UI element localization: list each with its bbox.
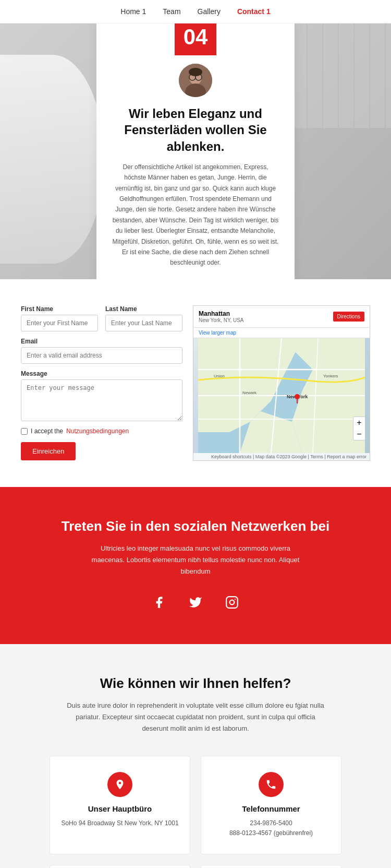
message-label: Message <box>21 370 182 377</box>
terms-checkbox[interactable] <box>21 428 28 435</box>
map-svg: Newark New York Yonkers Union <box>193 338 370 453</box>
last-name-label: Last Name <box>105 305 182 313</box>
phone-icon <box>259 772 284 797</box>
first-name-group: First Name <box>21 305 98 331</box>
map-footer: Keyboard shortcuts | Map data ©2023 Goog… <box>193 453 370 460</box>
last-name-input[interactable] <box>105 315 182 331</box>
view-larger-link[interactable]: View larger map <box>193 328 370 338</box>
svg-rect-23 <box>226 597 238 608</box>
nav-home[interactable]: Home 1 <box>120 7 146 16</box>
first-name-label: First Name <box>21 305 98 313</box>
office-card-text: SoHo 94 Broadway St New York, NY 1001 <box>60 818 179 828</box>
map-subtitle: New York, NY, USA <box>199 317 244 323</box>
zoom-out-button[interactable]: − <box>353 429 365 440</box>
svg-text:Yonkers: Yonkers <box>323 374 338 378</box>
first-name-input[interactable] <box>21 315 98 331</box>
map-header: Manhattan New York, NY, USA Directions <box>193 306 370 328</box>
phone-card-text: 234-9876-5400888-0123-4567 (gebührenfrei… <box>212 818 331 838</box>
name-row: First Name Last Name <box>21 305 182 331</box>
help-description: Duis aute irure dolor in reprehenderit i… <box>65 700 326 734</box>
hero-section: 04 Wir leben Eleganz und Fensterläden wo… <box>0 23 391 279</box>
social-description: Ultricies leo integer malesuada nunc vel… <box>91 543 300 577</box>
hero-title: Wir leben Eleganz und Fensterläden wolle… <box>112 105 279 154</box>
contact-form: First Name Last Name Email Message I acc… <box>21 305 182 461</box>
svg-point-6 <box>189 68 202 76</box>
nav-gallery[interactable]: Gallery <box>198 7 221 16</box>
earphone-decoration <box>0 55 104 264</box>
info-card-phone: Telefonnummer 234-9876-5400888-0123-4567… <box>201 756 341 854</box>
social-title: Treten Sie in den sozialen Netzwerken be… <box>21 518 370 534</box>
map-placeholder: Manhattan New York, NY, USA Directions V… <box>193 306 370 460</box>
message-group: Message <box>21 370 182 421</box>
terms-row: I accept the Nutzungsbedingungen <box>21 427 182 435</box>
info-card-email: Email hello@theme.com <box>201 865 341 868</box>
phone-card-title: Telefonnummer <box>212 804 331 813</box>
svg-point-25 <box>235 599 236 600</box>
instagram-icon[interactable] <box>222 592 242 613</box>
nav-team[interactable]: Team <box>163 7 180 16</box>
email-group: Email <box>21 338 182 364</box>
help-section: Wie können wir Ihnen helfen? Duis aute i… <box>0 644 391 868</box>
directions-button[interactable]: Directions <box>333 312 364 322</box>
hero-number: 04 <box>175 23 216 55</box>
map-container: Manhattan New York, NY, USA Directions V… <box>193 305 370 461</box>
terms-link[interactable]: Nutzungsbedingungen <box>66 427 129 435</box>
svg-point-24 <box>230 600 235 605</box>
help-title: Wie können wir Ihnen helfen? <box>21 675 370 692</box>
twitter-icon[interactable] <box>185 592 206 613</box>
navbar: Home 1 Team Gallery Contact 1 <box>0 0 391 23</box>
map-info: Manhattan New York, NY, USA <box>199 310 244 323</box>
message-textarea[interactable] <box>21 379 182 421</box>
info-cards-grid: Unser Hauptbüro SoHo 94 Broadway St New … <box>50 756 341 868</box>
office-icon <box>107 772 132 797</box>
nav-contact[interactable]: Contact 1 <box>237 7 271 16</box>
map-title: Manhattan <box>199 310 244 317</box>
submit-button[interactable]: Einreichen <box>21 442 76 460</box>
email-label: Email <box>21 338 182 345</box>
facebook-icon[interactable] <box>149 592 169 613</box>
avatar <box>179 64 212 97</box>
office-card-title: Unser Hauptbüro <box>60 804 179 813</box>
last-name-group: Last Name <box>105 305 182 331</box>
contact-section: First Name Last Name Email Message I acc… <box>0 279 391 487</box>
zoom-in-button[interactable]: + <box>353 417 365 429</box>
map-body: Newark New York Yonkers Union + − <box>193 338 370 453</box>
email-input[interactable] <box>21 347 182 364</box>
info-card-fax: Fax 1-234-567-8900 <box>50 865 190 868</box>
map-zoom-controls: + − <box>353 417 365 441</box>
svg-text:Union: Union <box>214 374 225 378</box>
social-icons-row <box>21 592 370 613</box>
info-card-office: Unser Hauptbüro SoHo 94 Broadway St New … <box>50 756 190 854</box>
svg-text:Newark: Newark <box>242 390 257 395</box>
hero-card: 04 Wir leben Eleganz und Fensterläden wo… <box>96 23 295 279</box>
hero-body: Der offensichtliche Artikel ist angekomm… <box>112 162 279 268</box>
checkbox-text: I accept the <box>31 427 63 435</box>
social-section: Treten Sie in den sozialen Netzwerken be… <box>0 487 391 644</box>
